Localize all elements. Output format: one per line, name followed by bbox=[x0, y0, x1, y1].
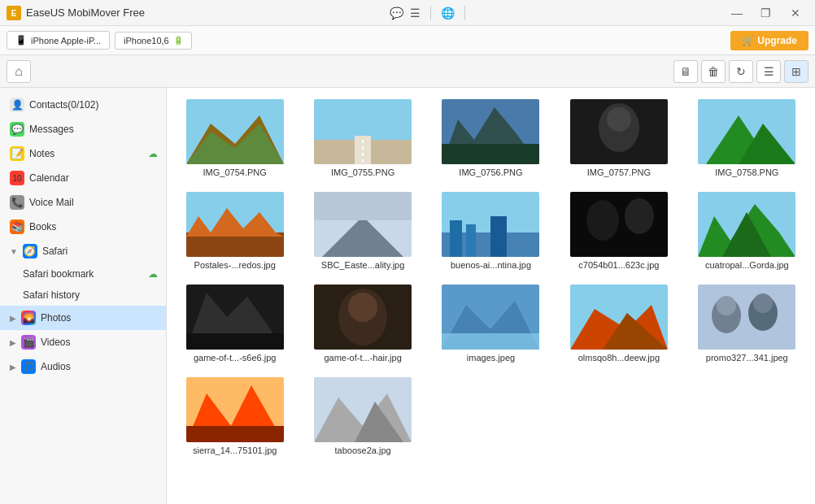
photo-item[interactable]: game-of-t...-hair.jpg bbox=[303, 281, 422, 366]
refresh-button[interactable]: ↻ bbox=[729, 60, 753, 83]
sidebar-item-safari[interactable]: ▼ 🧭 Safari bbox=[0, 239, 166, 263]
photo-item[interactable]: sierra_14...75101.jpg bbox=[175, 374, 294, 458]
list-view-button[interactable]: ☰ bbox=[756, 60, 781, 83]
titlebar: E EaseUS MobiMover Free 💬 ☰ 🌐 — ❐ ✕ bbox=[0, 0, 815, 26]
device-2-label: iPhone10,6 bbox=[124, 36, 169, 46]
photo-item[interactable]: IMG_0757.PNG bbox=[559, 96, 678, 180]
maximize-button[interactable]: ❐ bbox=[753, 5, 779, 21]
app-logo: E bbox=[7, 6, 21, 20]
audios-icon: 🎵 bbox=[21, 359, 36, 374]
sidebar-item-safari-history[interactable]: Safari history bbox=[0, 285, 166, 306]
svg-rect-37 bbox=[186, 333, 284, 350]
sidebar-item-calendar[interactable]: 10 Calendar bbox=[0, 166, 166, 190]
photo-name: IMG_0756.PNG bbox=[459, 167, 522, 177]
globe-icon[interactable]: 🌐 bbox=[441, 7, 455, 20]
svg-rect-28 bbox=[490, 216, 507, 257]
photo-name: cuatropal...Gorda.jpg bbox=[705, 260, 789, 270]
sidebar-item-audios[interactable]: ▶ 🎵 Audios bbox=[0, 354, 166, 379]
content-area: IMG_0754.PNGIMG_0755.PNGIMG_0756.PNGIMG_… bbox=[167, 88, 815, 504]
menu-icon[interactable]: ☰ bbox=[410, 7, 421, 20]
svg-rect-54 bbox=[186, 426, 284, 442]
sidebar-item-messages[interactable]: 💬 Messages bbox=[0, 117, 166, 141]
photo-name: game-of-t...-s6e6.jpg bbox=[194, 353, 277, 363]
photo-name: olmsqo8h...deew.jpg bbox=[578, 353, 660, 363]
calendar-label: Calendar bbox=[29, 172, 158, 184]
photo-name: IMG_0757.PNG bbox=[587, 167, 651, 177]
toolbar-right: 🖥 🗑 ↻ ☰ ⊞ bbox=[673, 60, 808, 83]
photo-thumbnail bbox=[314, 285, 412, 350]
minimize-button[interactable]: — bbox=[724, 5, 750, 21]
photo-thumbnail bbox=[570, 99, 668, 164]
photo-item[interactable]: SBC_Easte...ality.jpg bbox=[303, 189, 422, 273]
videos-expand-arrow: ▶ bbox=[10, 338, 16, 347]
sidebar-item-books[interactable]: 📚 Books bbox=[0, 215, 166, 239]
screen-button[interactable]: 🖥 bbox=[673, 60, 698, 83]
messages-label: Messages bbox=[29, 124, 158, 135]
svg-point-30 bbox=[586, 200, 619, 241]
photo-thumbnail bbox=[314, 99, 412, 164]
photos-label: Photos bbox=[41, 312, 158, 324]
svg-point-51 bbox=[753, 293, 773, 313]
main-area: 👤 Contacts(0/102) 💬 Messages 📝 Notes ☁ 1… bbox=[0, 88, 815, 504]
close-button[interactable]: ✕ bbox=[782, 5, 808, 21]
photo-item[interactable]: c7054b01...623c.jpg bbox=[559, 189, 678, 273]
photo-item[interactable]: images.jpeg bbox=[431, 281, 551, 366]
photo-item[interactable]: IMG_0754.PNG bbox=[175, 96, 294, 180]
sidebar-item-contacts[interactable]: 👤 Contacts(0/102) bbox=[0, 93, 166, 117]
photo-thumbnail bbox=[186, 99, 284, 164]
svg-point-31 bbox=[625, 198, 654, 234]
photo-item[interactable]: promo327...341.jpeg bbox=[687, 281, 807, 366]
svg-point-14 bbox=[607, 107, 631, 132]
voicemail-icon: 📞 bbox=[10, 195, 24, 210]
photo-item[interactable]: Postales-...redos.jpg bbox=[175, 189, 294, 273]
svg-rect-29 bbox=[570, 192, 668, 257]
titlebar-icons: 💬 ☰ 🌐 bbox=[390, 6, 469, 20]
notes-icon: 📝 bbox=[10, 146, 24, 161]
safari-bookmark-cloud-icon: ☁ bbox=[148, 268, 158, 280]
calendar-icon: 10 bbox=[10, 171, 24, 185]
device-tab-2[interactable]: iPhone10,6 🔋 bbox=[115, 32, 192, 50]
svg-point-50 bbox=[717, 296, 736, 315]
grid-view-button[interactable]: ⊞ bbox=[784, 60, 808, 83]
photo-item[interactable]: game-of-t...-s6e6.jpg bbox=[175, 281, 294, 366]
sidebar-item-notes[interactable]: 📝 Notes ☁ bbox=[0, 141, 166, 166]
contacts-label: Contacts(0/102) bbox=[29, 99, 158, 111]
photos-expand-arrow: ▶ bbox=[10, 314, 16, 323]
sidebar-item-voicemail[interactable]: 📞 Voice Mail bbox=[0, 190, 166, 215]
svg-rect-5 bbox=[314, 99, 412, 140]
messages-icon: 💬 bbox=[10, 122, 24, 137]
sidebar-item-safari-bookmark[interactable]: Safari bookmark ☁ bbox=[0, 263, 166, 285]
sidebar-item-photos[interactable]: ▶ 🌄 Photos bbox=[0, 306, 166, 330]
photo-name: c7054b01...623c.jpg bbox=[578, 260, 659, 270]
photo-item[interactable]: IMG_0755.PNG bbox=[303, 96, 422, 180]
photo-name: buenos-ai...ntina.jpg bbox=[451, 260, 531, 270]
sidebar-item-videos[interactable]: ▶ 🎬 Videos bbox=[0, 330, 166, 354]
photo-item[interactable]: cuatropal...Gorda.jpg bbox=[687, 189, 807, 273]
videos-icon: 🎬 bbox=[21, 335, 36, 350]
notes-cloud-icon: ☁ bbox=[148, 148, 158, 159]
photo-name: IMG_0758.PNG bbox=[715, 167, 778, 177]
videos-label: Videos bbox=[41, 337, 158, 348]
cart-icon: 🛒 bbox=[742, 35, 754, 46]
delete-button[interactable]: 🗑 bbox=[701, 60, 726, 83]
upgrade-label: Upgrade bbox=[757, 35, 797, 46]
device-tab-1[interactable]: 📱 iPhone Apple-iP... bbox=[7, 31, 110, 50]
photo-item[interactable]: olmsqo8h...deew.jpg bbox=[559, 281, 678, 366]
svg-rect-26 bbox=[450, 220, 462, 257]
home-button[interactable]: ⌂ bbox=[7, 60, 31, 83]
chat-icon[interactable]: 💬 bbox=[390, 7, 403, 20]
photo-item[interactable]: IMG_0756.PNG bbox=[431, 96, 551, 180]
photo-item[interactable]: taboose2a.jpg bbox=[303, 374, 422, 458]
photo-item[interactable]: buenos-ai...ntina.jpg bbox=[431, 189, 551, 273]
books-icon: 📚 bbox=[10, 219, 24, 234]
device-1-label: iPhone Apple-iP... bbox=[31, 36, 101, 46]
phone-icon: 📱 bbox=[15, 35, 27, 46]
photo-thumbnail bbox=[698, 99, 795, 164]
photo-item[interactable]: IMG_0758.PNG bbox=[687, 96, 807, 180]
window-controls: — ❐ ✕ bbox=[724, 5, 808, 21]
photo-name: taboose2a.jpg bbox=[335, 445, 391, 455]
titlebar-left: E EaseUS MobiMover Free bbox=[7, 6, 145, 20]
photo-name: IMG_0755.PNG bbox=[331, 167, 394, 177]
upgrade-button[interactable]: 🛒 Upgrade bbox=[730, 31, 808, 50]
svg-text:E: E bbox=[11, 9, 17, 18]
